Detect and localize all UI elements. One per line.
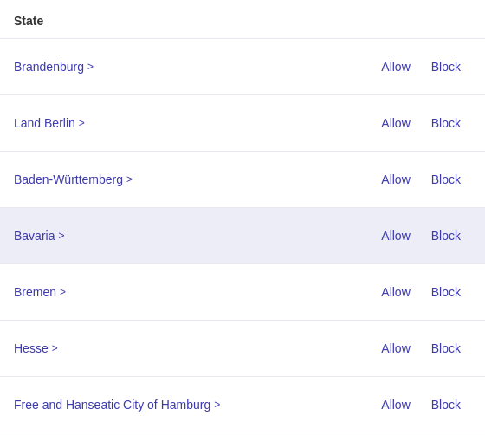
state-name-2[interactable]: Land Berlin > <box>14 116 371 130</box>
allow-button-5[interactable]: Allow <box>371 282 420 302</box>
block-button-5[interactable]: Block <box>421 282 471 302</box>
state-row: Brandenburg >AllowBlock <box>0 38 485 94</box>
action-buttons: AllowBlock <box>371 394 471 415</box>
state-name-7[interactable]: Free and Hanseatic City of Hamburg > <box>14 398 371 412</box>
state-name-3[interactable]: Baden-Württemberg > <box>14 172 371 186</box>
action-buttons: AllowBlock <box>371 338 471 359</box>
chevron-icon: > <box>79 117 85 129</box>
block-button-4[interactable]: Block <box>421 225 471 246</box>
allow-button-1[interactable]: Allow <box>371 56 420 77</box>
action-buttons: AllowBlock <box>371 56 471 77</box>
block-button-6[interactable]: Block <box>421 338 471 359</box>
block-button-1[interactable]: Block <box>421 56 471 77</box>
allow-button-4[interactable]: Allow <box>371 225 420 246</box>
state-row: Baden-Württemberg >AllowBlock <box>0 151 485 207</box>
chevron-icon: > <box>52 342 58 354</box>
state-list: Brandenburg >AllowBlockLand Berlin >Allo… <box>0 38 485 432</box>
action-buttons: AllowBlock <box>371 225 471 246</box>
action-buttons: AllowBlock <box>371 282 471 302</box>
allow-button-7[interactable]: Allow <box>371 394 420 415</box>
state-row: Bremen >AllowBlock <box>0 263 485 320</box>
state-row: Free and Hanseatic City of Hamburg >Allo… <box>0 376 485 432</box>
chevron-icon: > <box>214 399 220 411</box>
state-row: Land Berlin >AllowBlock <box>0 94 485 151</box>
allow-button-3[interactable]: Allow <box>371 169 420 190</box>
section-header: State <box>0 0 485 38</box>
chevron-icon: > <box>87 61 94 73</box>
state-row: Hesse >AllowBlock <box>0 320 485 376</box>
state-name-1[interactable]: Brandenburg > <box>14 60 371 74</box>
block-button-7[interactable]: Block <box>421 394 471 415</box>
chevron-icon: > <box>58 230 64 242</box>
chevron-icon: > <box>126 173 133 185</box>
block-button-3[interactable]: Block <box>421 169 471 190</box>
state-name-4[interactable]: Bavaria > <box>14 229 371 243</box>
state-row: Bavaria >AllowBlock <box>0 207 485 263</box>
allow-button-2[interactable]: Allow <box>371 113 420 133</box>
section-title: State <box>14 14 43 28</box>
allow-button-6[interactable]: Allow <box>371 338 420 359</box>
action-buttons: AllowBlock <box>371 169 471 190</box>
state-name-6[interactable]: Hesse > <box>14 341 371 355</box>
state-name-5[interactable]: Bremen > <box>14 285 371 299</box>
block-button-2[interactable]: Block <box>421 113 471 133</box>
action-buttons: AllowBlock <box>371 113 471 133</box>
chevron-icon: > <box>60 286 66 298</box>
page-container: State Brandenburg >AllowBlockLand Berlin… <box>0 0 485 432</box>
